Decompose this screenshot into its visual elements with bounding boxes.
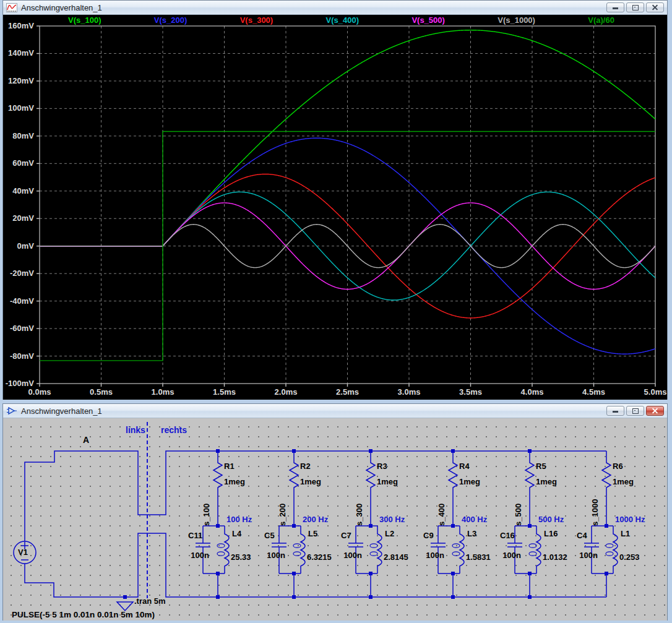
inductor-L3[interactable] <box>460 526 464 574</box>
label-L16[interactable]: L16 <box>544 529 558 538</box>
comment-freq-100Hz[interactable]: 100 Hz <box>226 515 252 524</box>
junction-node <box>369 524 373 528</box>
label-R1[interactable]: R1 <box>224 462 235 471</box>
junction-node <box>292 524 296 528</box>
label-R6[interactable]: R6 <box>613 462 623 471</box>
schematic-titlebar[interactable]: Anschwingverhalten_1 <box>3 404 667 418</box>
value-C4[interactable]: 100n <box>569 551 598 560</box>
net-label-a[interactable]: A <box>83 435 89 445</box>
comment-freq-300Hz[interactable]: 300 Hz <box>379 515 405 524</box>
source-name-label[interactable]: V1 <box>18 548 28 557</box>
comment-freq-1000Hz[interactable]: 1000 Hz <box>615 515 645 524</box>
label-R2[interactable]: R2 <box>300 462 311 471</box>
value-C9[interactable]: 100n <box>416 551 444 560</box>
label-L5[interactable]: L5 <box>308 529 317 538</box>
net-label-s_300[interactable]: s_300 <box>355 490 364 526</box>
label-C9[interactable]: C9 <box>423 531 434 540</box>
close-button[interactable] <box>646 2 664 12</box>
value-R5[interactable]: 1meg <box>536 477 557 486</box>
schematic-canvas[interactable]: links rechts A V1 .tran 5m PULSE(-5 5 1m… <box>3 418 667 621</box>
resistor-R4[interactable] <box>449 451 457 526</box>
value-C16[interactable]: 100n <box>493 551 521 560</box>
label-C11[interactable]: C11 <box>188 531 202 540</box>
label-R4[interactable]: R4 <box>459 462 470 471</box>
minimize-button[interactable] <box>606 406 624 416</box>
inductor-L5[interactable] <box>301 526 305 574</box>
value-C11[interactable]: 100n <box>181 551 209 560</box>
value-L16[interactable]: 1.0132 <box>543 552 567 562</box>
resistor-R3[interactable] <box>366 451 375 526</box>
value-C5[interactable]: 100n <box>257 551 285 560</box>
y-tick-label: 0mV <box>4 241 34 251</box>
value-L2[interactable]: 2.8145 <box>384 552 408 562</box>
schematic-window-icon <box>6 406 17 416</box>
label-L1[interactable]: L1 <box>621 529 630 538</box>
inductor-loop <box>293 552 301 556</box>
region-label-links[interactable]: links <box>126 425 145 435</box>
net-label-s_1000[interactable]: s_1000 <box>590 490 600 526</box>
junction-node <box>369 595 373 599</box>
value-R4[interactable]: 1meg <box>459 477 480 486</box>
waveform-window-title: Anschwingverhalten_1 <box>21 3 102 12</box>
comment-freq-400Hz[interactable]: 400 Hz <box>462 515 487 524</box>
value-L4[interactable]: 25.33 <box>231 552 251 562</box>
value-R2[interactable]: 1meg <box>300 477 321 486</box>
x-tick-label: 1.0ms <box>143 387 183 397</box>
value-L1[interactable]: 0.253 <box>619 552 640 562</box>
label-C5[interactable]: C5 <box>264 531 275 540</box>
value-R6[interactable]: 1meg <box>613 477 634 486</box>
junction-node <box>451 449 455 453</box>
label-L3[interactable]: L3 <box>467 529 476 538</box>
resistor-R2[interactable] <box>290 451 298 526</box>
label-L4[interactable]: L4 <box>232 529 241 538</box>
waveform-titlebar[interactable]: Anschwingverhalten_1 <box>3 1 667 15</box>
inductor-L2[interactable] <box>377 526 382 574</box>
close-button[interactable] <box>646 406 664 416</box>
tran-directive[interactable]: .tran 5m <box>134 596 166 606</box>
y-tick-label: 80mV <box>4 131 34 140</box>
label-R5[interactable]: R5 <box>536 462 546 471</box>
value-R3[interactable]: 1meg <box>377 477 398 486</box>
inductor-L16[interactable] <box>536 526 541 574</box>
net-label-s_100[interactable]: s_100 <box>202 490 211 526</box>
y-tick-label: 140mV <box>4 48 34 58</box>
ground-symbol[interactable] <box>117 602 133 611</box>
waveform-window: Anschwingverhalten_1 V(s_100)V(s_200)V(s… <box>2 0 668 400</box>
y-tick-label: 160mV <box>4 21 34 30</box>
value-R1[interactable]: 1meg <box>224 477 245 486</box>
plot-canvas[interactable] <box>35 24 660 392</box>
net-label-s_500[interactable]: s_500 <box>514 490 523 526</box>
junction-node <box>451 595 455 599</box>
value-L5[interactable]: 6.3215 <box>307 552 332 562</box>
schematic-window-title: Anschwingverhalten_1 <box>21 406 102 416</box>
junction-node <box>216 595 220 599</box>
waveform-pane[interactable]: V(s_100)V(s_200)V(s_300)V(s_400)V(s_500)… <box>3 15 667 400</box>
value-C7[interactable]: 100n <box>334 551 362 560</box>
comment-freq-500Hz[interactable]: 500 Hz <box>538 515 564 524</box>
restore-button[interactable] <box>626 406 644 416</box>
junction-node <box>123 595 127 599</box>
pulse-directive[interactable]: PULSE(-5 5 1m 0.01n 0.01n 5m 10m) <box>12 610 155 619</box>
minimize-button[interactable] <box>606 2 624 12</box>
x-tick-label: 3.0ms <box>389 387 429 397</box>
value-L3[interactable]: 1.5831 <box>466 552 491 562</box>
resistor-R1[interactable] <box>213 451 222 526</box>
region-label-rechts[interactable]: rechts <box>161 425 187 435</box>
comment-freq-200Hz[interactable]: 200 Hz <box>303 515 328 524</box>
resistor-R6[interactable] <box>602 451 611 526</box>
inductor-loop <box>529 552 536 556</box>
x-tick-label: 0.0ms <box>20 387 59 397</box>
net-label-s_400[interactable]: s_400 <box>437 490 446 526</box>
resistor-R5[interactable] <box>525 451 534 526</box>
inductor-L4[interactable] <box>225 526 229 574</box>
x-tick-label: 2.5ms <box>328 387 368 397</box>
label-L2[interactable]: L2 <box>385 529 394 538</box>
label-C4[interactable]: C4 <box>577 531 587 540</box>
label-C7[interactable]: C7 <box>341 531 351 540</box>
net-label-s_200[interactable]: s_200 <box>278 490 287 526</box>
label-R3[interactable]: R3 <box>377 462 387 471</box>
ltspice-workspace: { "windows": { "plot": {"title": "Anschw… <box>0 0 672 623</box>
restore-button[interactable] <box>626 2 644 12</box>
inductor-L1[interactable] <box>613 526 618 574</box>
label-C16[interactable]: C16 <box>500 531 515 540</box>
